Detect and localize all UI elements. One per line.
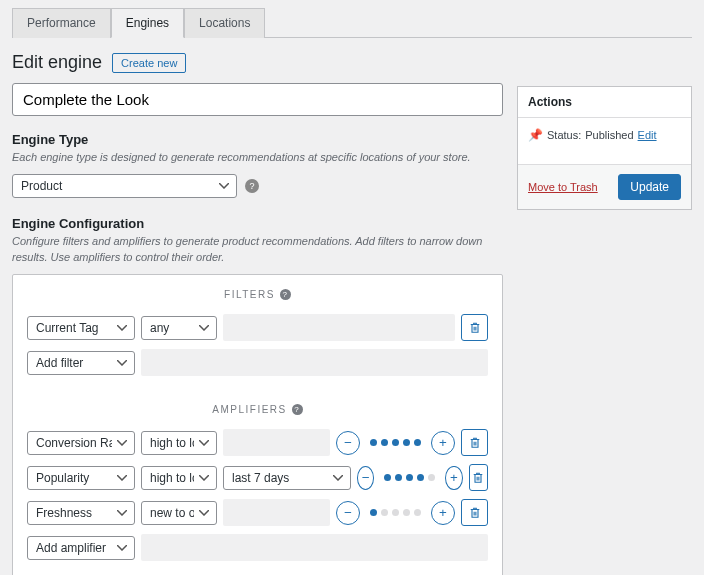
- decrease-weight-button[interactable]: −: [336, 501, 360, 525]
- increase-weight-button[interactable]: +: [431, 431, 455, 455]
- amplifier-row: Freshness new to old − +: [27, 499, 488, 526]
- add-amplifier-row: Add amplifier: [27, 534, 488, 561]
- create-new-button[interactable]: Create new: [112, 53, 186, 73]
- amplifiers-heading: AMPLIFIERS ?: [27, 404, 488, 415]
- tab-engines[interactable]: Engines: [111, 8, 184, 38]
- amplifier-field-select[interactable]: Freshness: [27, 501, 135, 525]
- help-icon[interactable]: ?: [245, 179, 259, 193]
- filter-field-select[interactable]: Current Tag: [27, 316, 135, 340]
- filter-row: Current Tag any: [27, 314, 488, 341]
- delete-amplifier-button[interactable]: [461, 499, 488, 526]
- amplifier-dir-select[interactable]: new to old: [141, 501, 217, 525]
- amplifier-field-select[interactable]: Conversion Rate: [27, 431, 135, 455]
- add-filter-row: Add filter: [27, 349, 488, 376]
- amplifier-row: Popularity high to low last 7 days − +: [27, 464, 488, 491]
- update-button[interactable]: Update: [618, 174, 681, 200]
- decrease-weight-button[interactable]: −: [357, 466, 374, 490]
- tab-performance[interactable]: Performance: [12, 8, 111, 38]
- delete-amplifier-button[interactable]: [469, 464, 488, 491]
- engine-type-select[interactable]: Product: [12, 174, 237, 198]
- delete-amplifier-button[interactable]: [461, 429, 488, 456]
- engine-config-desc: Configure filters and amplifiers to gene…: [12, 234, 503, 265]
- filters-heading: FILTERS ?: [27, 289, 488, 300]
- help-icon[interactable]: ?: [280, 289, 291, 300]
- filter-op-select[interactable]: any: [141, 316, 217, 340]
- status-row: 📌 Status: Published Edit: [528, 128, 681, 142]
- trash-icon: [469, 436, 481, 449]
- trash-icon: [469, 506, 481, 519]
- filter-placeholder: [141, 349, 488, 376]
- weight-dots: [366, 509, 425, 516]
- tab-locations[interactable]: Locations: [184, 8, 265, 38]
- engine-config-label: Engine Configuration: [12, 216, 503, 231]
- increase-weight-button[interactable]: +: [445, 466, 462, 490]
- amplifier-spacer: [223, 429, 330, 456]
- page-title: Edit engine: [12, 52, 102, 73]
- move-to-trash-link[interactable]: Move to Trash: [528, 181, 598, 193]
- edit-status-link[interactable]: Edit: [638, 129, 657, 141]
- amplifier-placeholder: [141, 534, 488, 561]
- amplifier-range-select[interactable]: last 7 days: [223, 466, 351, 490]
- amplifier-row: Conversion Rate high to low − +: [27, 429, 488, 456]
- amplifier-dir-select[interactable]: high to low: [141, 466, 217, 490]
- add-filter-select[interactable]: Add filter: [27, 351, 135, 375]
- decrease-weight-button[interactable]: −: [336, 431, 360, 455]
- engine-type-label: Engine Type: [12, 132, 503, 147]
- trash-icon: [469, 321, 481, 334]
- weight-dots: [366, 439, 425, 446]
- increase-weight-button[interactable]: +: [431, 501, 455, 525]
- actions-box: Actions 📌 Status: Published Edit Move to…: [517, 86, 692, 210]
- delete-filter-button[interactable]: [461, 314, 488, 341]
- weight-dots: [380, 474, 439, 481]
- add-amplifier-select[interactable]: Add amplifier: [27, 536, 135, 560]
- actions-heading: Actions: [518, 87, 691, 118]
- tabs: Performance Engines Locations: [12, 8, 692, 38]
- trash-icon: [472, 471, 484, 484]
- pin-icon: 📌: [528, 128, 543, 142]
- filter-value-area: [223, 314, 455, 341]
- config-panel: FILTERS ? Current Tag any Add filter AMP…: [12, 274, 503, 575]
- amplifier-field-select[interactable]: Popularity: [27, 466, 135, 490]
- help-icon[interactable]: ?: [292, 404, 303, 415]
- amplifier-spacer: [223, 499, 330, 526]
- amplifier-dir-select[interactable]: high to low: [141, 431, 217, 455]
- engine-type-desc: Each engine type is designed to generate…: [12, 150, 503, 165]
- engine-name-input[interactable]: [12, 83, 503, 116]
